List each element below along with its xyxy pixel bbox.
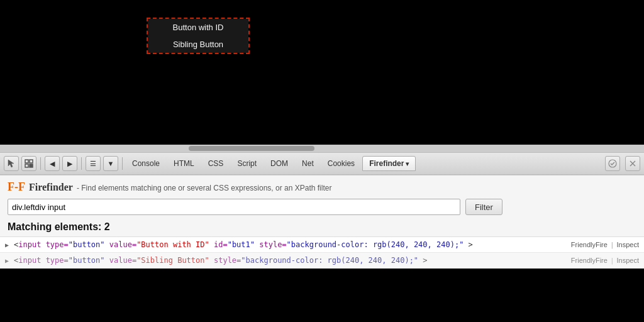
- inspect-icon[interactable]: [21, 156, 36, 171]
- expand-arrow-1[interactable]: ▶: [5, 242, 9, 248]
- tab-html[interactable]: HTML: [167, 157, 201, 170]
- ok-icon[interactable]: [605, 156, 620, 171]
- horizontal-scrollbar[interactable]: [0, 145, 644, 152]
- tab-css[interactable]: CSS: [202, 157, 230, 170]
- friendly-fire-link-1[interactable]: FriendlyFire: [571, 241, 608, 248]
- forward-icon[interactable]: ▶: [62, 156, 77, 171]
- css-search-input[interactable]: [8, 199, 460, 215]
- browser-viewport: Button with ID Sibling Button: [0, 0, 644, 145]
- ff-logo: F-F: [8, 180, 25, 194]
- result-code-1: <input type="button" value="Button with …: [14, 240, 566, 249]
- result-code-2: <input type="button" value="Sibling Butt…: [14, 256, 566, 265]
- separator3: [122, 157, 123, 170]
- ff-results-list: ▶ <input type="button" value="Button wit…: [0, 236, 644, 269]
- result-actions-2: FriendlyFire | Inspect: [571, 257, 639, 265]
- tab-dom[interactable]: DOM: [264, 157, 294, 170]
- friendly-fire-link-2[interactable]: FriendlyFire: [571, 257, 608, 264]
- highlighted-elements: Button with ID Sibling Button: [147, 18, 250, 54]
- ff-subtitle: - Find elements matching one or several …: [77, 184, 332, 192]
- separator2: [81, 157, 82, 170]
- tab-script[interactable]: Script: [231, 157, 263, 170]
- highlighted-button-1[interactable]: Button with ID: [148, 19, 248, 36]
- result-actions-1: FriendlyFire | Inspect: [571, 241, 639, 249]
- svg-rect-4: [30, 164, 33, 167]
- toolbar-right-icons: [604, 156, 641, 171]
- svg-rect-2: [30, 160, 33, 163]
- filter-button[interactable]: Filter: [465, 199, 502, 215]
- inspect-link-2[interactable]: Inspect: [617, 257, 639, 264]
- error-icon[interactable]: [625, 156, 640, 171]
- firefinder-panel: F-F Firefinder - Find elements matching …: [0, 175, 644, 269]
- result-row-1: ▶ <input type="button" value="Button wit…: [0, 237, 644, 253]
- pipe-1: |: [610, 241, 614, 249]
- firebug-toolbar: ◀ ▶ ☰ ▼ Console HTML CSS Script DOM Net …: [0, 152, 644, 175]
- tab-net[interactable]: Net: [296, 157, 320, 170]
- ff-title: Firefinder: [29, 182, 73, 193]
- dropdown-icon[interactable]: ▼: [103, 156, 118, 171]
- separator: [40, 157, 41, 170]
- pointer-icon[interactable]: [4, 156, 19, 171]
- scrollbar-thumb[interactable]: [189, 146, 314, 151]
- ff-search-row: Filter: [0, 196, 644, 218]
- highlighted-button-2[interactable]: Sibling Button: [148, 36, 248, 53]
- svg-rect-1: [25, 160, 28, 163]
- back-icon[interactable]: ◀: [45, 156, 60, 171]
- firefinder-tab-label: Firefinder: [369, 159, 404, 168]
- menu-icon[interactable]: ☰: [86, 156, 101, 171]
- ff-header: F-F Firefinder - Find elements matching …: [0, 175, 644, 196]
- matching-count: Matching elements: 2: [0, 218, 644, 235]
- result-row-2: ▶ <input type="button" value="Sibling Bu…: [0, 253, 644, 269]
- tab-console[interactable]: Console: [126, 157, 166, 170]
- pipe-2: |: [610, 257, 614, 265]
- expand-arrow-2[interactable]: ▶: [5, 257, 9, 264]
- tab-cookies[interactable]: Cookies: [321, 157, 361, 170]
- tab-firefinder[interactable]: Firefinder ▾: [362, 156, 416, 171]
- inspect-link-1[interactable]: Inspect: [617, 241, 639, 248]
- svg-marker-0: [8, 160, 14, 167]
- svg-rect-3: [25, 164, 28, 167]
- firefinder-dropdown-arrow[interactable]: ▾: [406, 160, 409, 167]
